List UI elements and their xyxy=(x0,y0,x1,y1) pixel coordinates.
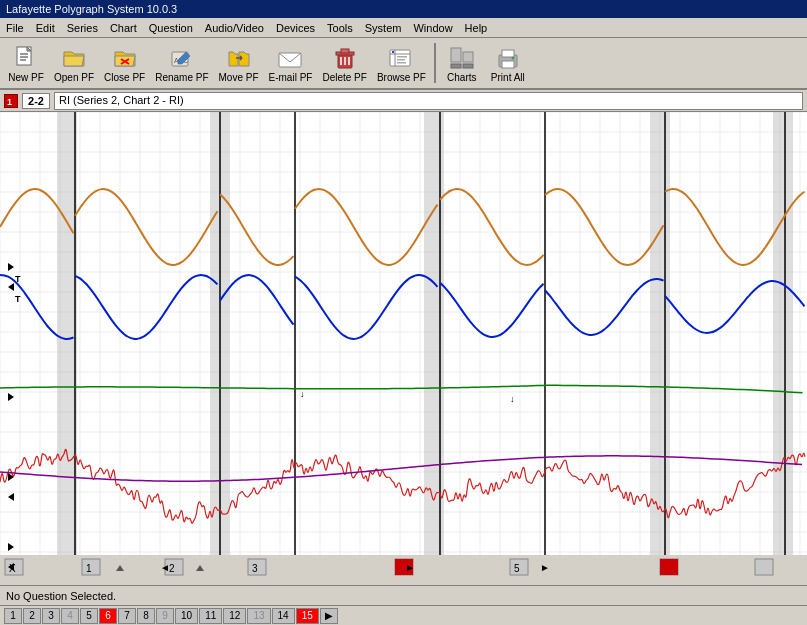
close-pf-label: Close PF xyxy=(104,72,145,83)
menu-tools[interactable]: Tools xyxy=(321,20,359,36)
delete-pf-button[interactable]: Delete PF xyxy=(318,42,370,85)
rename-pf-label: Rename PF xyxy=(155,72,208,83)
menu-window[interactable]: Window xyxy=(407,20,458,36)
open-pf-label: Open PF xyxy=(54,72,94,83)
chart-canvas-container[interactable] xyxy=(0,112,807,585)
rename-pf-icon: ABC xyxy=(168,44,196,72)
close-pf-button[interactable]: Close PF xyxy=(100,42,149,85)
tab-9[interactable]: 9 xyxy=(156,608,174,624)
svg-rect-12 xyxy=(341,49,349,53)
browse-pf-label: Browse PF xyxy=(377,72,426,83)
chart-number-icon: 1 xyxy=(4,94,18,108)
chart-canvas[interactable] xyxy=(0,112,807,585)
status-bar: No Question Selected. xyxy=(0,585,807,605)
svg-rect-26 xyxy=(463,64,473,68)
svg-rect-19 xyxy=(392,51,394,53)
email-pf-icon xyxy=(276,44,304,72)
tab-1[interactable]: 1 xyxy=(4,608,22,624)
svg-rect-23 xyxy=(451,48,461,62)
tab-2[interactable]: 2 xyxy=(23,608,41,624)
charts-button[interactable]: Charts xyxy=(440,42,484,85)
tab-5[interactable]: 5 xyxy=(80,608,98,624)
tab-15[interactable]: 15 xyxy=(296,608,319,624)
move-pf-label: Move PF xyxy=(219,72,259,83)
title-text: Lafayette Polygraph System 10.0.3 xyxy=(6,3,177,15)
chart-header: 1 2-2 RI (Series 2, Chart 2 - RI) xyxy=(0,90,807,112)
email-pf-label: E-mail PF xyxy=(269,72,313,83)
new-pf-button[interactable]: New PF xyxy=(4,42,48,85)
browse-pf-button[interactable]: Browse PF xyxy=(373,42,430,85)
svg-text:1: 1 xyxy=(7,97,12,107)
menu-devices[interactable]: Devices xyxy=(270,20,321,36)
email-pf-button[interactable]: E-mail PF xyxy=(265,42,317,85)
print-all-label: Print All xyxy=(491,72,525,83)
toolbar-separator xyxy=(434,43,436,83)
delete-pf-icon xyxy=(331,44,359,72)
menu-edit[interactable]: Edit xyxy=(30,20,61,36)
menu-file[interactable]: File xyxy=(0,20,30,36)
toolbar: New PF Open PF Close PF ABC xyxy=(0,38,807,90)
main-content: 1 2-2 RI (Series 2, Chart 2 - RI) No Que… xyxy=(0,90,807,625)
print-all-icon xyxy=(494,44,522,72)
svg-rect-25 xyxy=(451,64,461,68)
svg-rect-24 xyxy=(463,52,473,62)
tab-11[interactable]: 11 xyxy=(199,608,222,624)
menu-series[interactable]: Series xyxy=(61,20,104,36)
charts-icon xyxy=(448,44,476,72)
print-all-button[interactable]: Print All xyxy=(486,42,530,85)
menu-help[interactable]: Help xyxy=(459,20,494,36)
menu-system[interactable]: System xyxy=(359,20,408,36)
menu-bar: File Edit Series Chart Question Audio/Vi… xyxy=(0,18,807,38)
chart-label: RI (Series 2, Chart 2 - RI) xyxy=(54,92,803,110)
title-bar: Lafayette Polygraph System 10.0.3 xyxy=(0,0,807,18)
tab-nav-right[interactable]: ▶ xyxy=(320,608,338,624)
tab-13[interactable]: 13 xyxy=(247,608,270,624)
open-pf-icon xyxy=(60,44,88,72)
tab-bar: 1 2 3 4 5 6 7 8 9 10 11 12 13 14 15 ▶ xyxy=(0,605,807,625)
svg-rect-28 xyxy=(502,50,514,57)
delete-pf-label: Delete PF xyxy=(322,72,366,83)
browse-pf-icon xyxy=(387,44,415,72)
status-text: No Question Selected. xyxy=(6,590,116,602)
tab-10[interactable]: 10 xyxy=(175,608,198,624)
rename-pf-button[interactable]: ABC Rename PF xyxy=(151,42,212,85)
menu-question[interactable]: Question xyxy=(143,20,199,36)
chart-series-number: 2-2 xyxy=(22,93,50,109)
new-pf-label: New PF xyxy=(8,72,44,83)
svg-point-30 xyxy=(511,56,514,59)
tab-4[interactable]: 4 xyxy=(61,608,79,624)
tab-8[interactable]: 8 xyxy=(137,608,155,624)
menu-audiovideo[interactable]: Audio/Video xyxy=(199,20,270,36)
svg-rect-20 xyxy=(397,56,407,58)
move-pf-button[interactable]: Move PF xyxy=(215,42,263,85)
tab-3[interactable]: 3 xyxy=(42,608,60,624)
move-pf-icon xyxy=(225,44,253,72)
tab-7[interactable]: 7 xyxy=(118,608,136,624)
new-pf-icon xyxy=(12,44,40,72)
charts-label: Charts xyxy=(447,72,476,83)
svg-rect-22 xyxy=(397,62,406,64)
close-pf-icon xyxy=(111,44,139,72)
menu-chart[interactable]: Chart xyxy=(104,20,143,36)
svg-rect-21 xyxy=(397,59,405,61)
svg-rect-29 xyxy=(502,61,514,68)
tab-12[interactable]: 12 xyxy=(223,608,246,624)
tab-6[interactable]: 6 xyxy=(99,608,117,624)
tab-14[interactable]: 14 xyxy=(272,608,295,624)
open-pf-button[interactable]: Open PF xyxy=(50,42,98,85)
